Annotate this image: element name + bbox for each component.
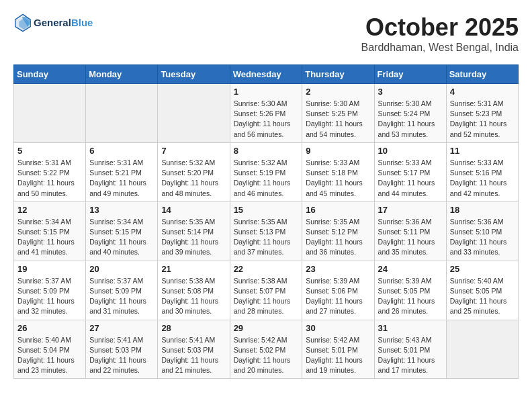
calendar-cell: 29Sunrise: 5:42 AM Sunset: 5:02 PM Dayli… (230, 320, 302, 379)
calendar-cell: 8Sunrise: 5:32 AM Sunset: 5:19 PM Daylig… (230, 142, 302, 201)
calendar-cell: 14Sunrise: 5:35 AM Sunset: 5:14 PM Dayli… (158, 201, 230, 261)
calendar-cell: 23Sunrise: 5:39 AM Sunset: 5:06 PM Dayli… (302, 261, 374, 320)
weekday-header-friday: Friday (374, 65, 446, 84)
day-number: 22 (234, 264, 299, 274)
day-info: Sunrise: 5:30 AM Sunset: 5:25 PM Dayligh… (306, 99, 370, 140)
day-number: 29 (234, 323, 299, 333)
day-number: 21 (161, 264, 226, 274)
weekday-header-saturday: Saturday (446, 65, 518, 84)
day-number: 16 (306, 205, 370, 215)
calendar-cell (86, 84, 158, 143)
day-number: 19 (17, 264, 82, 274)
day-number: 28 (161, 323, 226, 333)
day-number: 11 (450, 146, 515, 156)
day-info: Sunrise: 5:38 AM Sunset: 5:07 PM Dayligh… (234, 276, 299, 317)
calendar-week-row: 12Sunrise: 5:34 AM Sunset: 5:15 PM Dayli… (14, 201, 519, 261)
calendar-cell: 6Sunrise: 5:31 AM Sunset: 5:21 PM Daylig… (86, 142, 158, 201)
calendar-week-row: 5Sunrise: 5:31 AM Sunset: 5:22 PM Daylig… (14, 142, 519, 201)
location-subtitle: Barddhaman, West Bengal, India (361, 42, 519, 54)
calendar-cell: 10Sunrise: 5:33 AM Sunset: 5:17 PM Dayli… (374, 142, 446, 201)
calendar-cell: 12Sunrise: 5:34 AM Sunset: 5:15 PM Dayli… (14, 201, 86, 261)
calendar-cell: 4Sunrise: 5:31 AM Sunset: 5:23 PM Daylig… (446, 84, 518, 143)
day-info: Sunrise: 5:40 AM Sunset: 5:05 PM Dayligh… (450, 276, 515, 317)
day-info: Sunrise: 5:42 AM Sunset: 5:02 PM Dayligh… (234, 335, 299, 376)
day-number: 15 (234, 205, 299, 215)
day-info: Sunrise: 5:35 AM Sunset: 5:14 PM Dayligh… (161, 217, 226, 258)
calendar-week-row: 19Sunrise: 5:37 AM Sunset: 5:09 PM Dayli… (14, 261, 519, 320)
day-info: Sunrise: 5:30 AM Sunset: 5:24 PM Dayligh… (378, 99, 443, 140)
calendar-cell (14, 84, 86, 143)
month-title: October 2025 (361, 13, 519, 42)
weekday-header-row: SundayMondayTuesdayWednesdayThursdayFrid… (14, 65, 519, 84)
calendar-cell: 13Sunrise: 5:34 AM Sunset: 5:15 PM Dayli… (86, 201, 158, 261)
day-info: Sunrise: 5:33 AM Sunset: 5:18 PM Dayligh… (306, 158, 370, 199)
weekday-header-thursday: Thursday (302, 65, 374, 84)
day-number: 17 (378, 205, 443, 215)
calendar-week-row: 1Sunrise: 5:30 AM Sunset: 5:26 PM Daylig… (14, 84, 519, 143)
logo: GeneralBlue (13, 13, 93, 32)
day-number: 31 (378, 323, 443, 333)
day-info: Sunrise: 5:33 AM Sunset: 5:17 PM Dayligh… (378, 158, 443, 199)
calendar-cell: 25Sunrise: 5:40 AM Sunset: 5:05 PM Dayli… (446, 261, 518, 320)
calendar-cell: 11Sunrise: 5:33 AM Sunset: 5:16 PM Dayli… (446, 142, 518, 201)
day-info: Sunrise: 5:40 AM Sunset: 5:04 PM Dayligh… (17, 335, 82, 376)
calendar-cell: 30Sunrise: 5:42 AM Sunset: 5:01 PM Dayli… (302, 320, 374, 379)
calendar-cell: 26Sunrise: 5:40 AM Sunset: 5:04 PM Dayli… (14, 320, 86, 379)
calendar-week-row: 26Sunrise: 5:40 AM Sunset: 5:04 PM Dayli… (14, 320, 519, 379)
title-block: October 2025 Barddhaman, West Bengal, In… (361, 13, 519, 54)
day-number: 9 (306, 146, 370, 156)
day-number: 13 (89, 205, 154, 215)
calendar-cell (158, 84, 230, 143)
day-info: Sunrise: 5:34 AM Sunset: 5:15 PM Dayligh… (89, 217, 154, 258)
weekday-header-wednesday: Wednesday (230, 65, 302, 84)
day-number: 12 (17, 205, 82, 215)
day-info: Sunrise: 5:31 AM Sunset: 5:21 PM Dayligh… (89, 158, 154, 199)
calendar-cell: 27Sunrise: 5:41 AM Sunset: 5:03 PM Dayli… (86, 320, 158, 379)
calendar-cell: 1Sunrise: 5:30 AM Sunset: 5:26 PM Daylig… (230, 84, 302, 143)
day-number: 3 (378, 87, 443, 97)
day-info: Sunrise: 5:37 AM Sunset: 5:09 PM Dayligh… (89, 276, 154, 317)
calendar-cell: 21Sunrise: 5:38 AM Sunset: 5:08 PM Dayli… (158, 261, 230, 320)
logo-general: General (34, 17, 71, 28)
calendar-cell: 15Sunrise: 5:35 AM Sunset: 5:13 PM Dayli… (230, 201, 302, 261)
weekday-header-sunday: Sunday (14, 65, 86, 84)
calendar-cell: 16Sunrise: 5:35 AM Sunset: 5:12 PM Dayli… (302, 201, 374, 261)
day-number: 30 (306, 323, 370, 333)
day-info: Sunrise: 5:33 AM Sunset: 5:16 PM Dayligh… (450, 158, 515, 199)
day-info: Sunrise: 5:32 AM Sunset: 5:20 PM Dayligh… (161, 158, 226, 199)
day-number: 1 (234, 87, 299, 97)
day-info: Sunrise: 5:39 AM Sunset: 5:05 PM Dayligh… (378, 276, 443, 317)
calendar-cell: 19Sunrise: 5:37 AM Sunset: 5:09 PM Dayli… (14, 261, 86, 320)
day-number: 23 (306, 264, 370, 274)
calendar-cell: 17Sunrise: 5:36 AM Sunset: 5:11 PM Dayli… (374, 201, 446, 261)
calendar-cell: 7Sunrise: 5:32 AM Sunset: 5:20 PM Daylig… (158, 142, 230, 201)
day-info: Sunrise: 5:36 AM Sunset: 5:11 PM Dayligh… (378, 217, 443, 258)
day-number: 10 (378, 146, 443, 156)
day-number: 26 (17, 323, 82, 333)
day-info: Sunrise: 5:35 AM Sunset: 5:12 PM Dayligh… (306, 217, 370, 258)
day-number: 5 (17, 146, 82, 156)
logo-icon (13, 13, 32, 32)
day-info: Sunrise: 5:41 AM Sunset: 5:03 PM Dayligh… (161, 335, 226, 376)
day-info: Sunrise: 5:43 AM Sunset: 5:01 PM Dayligh… (378, 335, 443, 376)
weekday-header-tuesday: Tuesday (158, 65, 230, 84)
day-info: Sunrise: 5:31 AM Sunset: 5:23 PM Dayligh… (450, 99, 515, 140)
day-info: Sunrise: 5:42 AM Sunset: 5:01 PM Dayligh… (306, 335, 370, 376)
calendar-cell: 3Sunrise: 5:30 AM Sunset: 5:24 PM Daylig… (374, 84, 446, 143)
day-info: Sunrise: 5:30 AM Sunset: 5:26 PM Dayligh… (234, 99, 299, 140)
day-number: 6 (89, 146, 154, 156)
calendar-cell: 31Sunrise: 5:43 AM Sunset: 5:01 PM Dayli… (374, 320, 446, 379)
day-info: Sunrise: 5:41 AM Sunset: 5:03 PM Dayligh… (89, 335, 154, 376)
day-info: Sunrise: 5:35 AM Sunset: 5:13 PM Dayligh… (234, 217, 299, 258)
day-info: Sunrise: 5:39 AM Sunset: 5:06 PM Dayligh… (306, 276, 370, 317)
day-info: Sunrise: 5:32 AM Sunset: 5:19 PM Dayligh… (234, 158, 299, 199)
day-number: 14 (161, 205, 226, 215)
calendar-cell: 20Sunrise: 5:37 AM Sunset: 5:09 PM Dayli… (86, 261, 158, 320)
page-header: GeneralBlue October 2025 Barddhaman, Wes… (13, 13, 519, 54)
calendar-table: SundayMondayTuesdayWednesdayThursdayFrid… (13, 64, 519, 379)
day-info: Sunrise: 5:36 AM Sunset: 5:10 PM Dayligh… (450, 217, 515, 258)
calendar-cell: 24Sunrise: 5:39 AM Sunset: 5:05 PM Dayli… (374, 261, 446, 320)
day-number: 2 (306, 87, 370, 97)
calendar-cell: 9Sunrise: 5:33 AM Sunset: 5:18 PM Daylig… (302, 142, 374, 201)
day-info: Sunrise: 5:34 AM Sunset: 5:15 PM Dayligh… (17, 217, 82, 258)
